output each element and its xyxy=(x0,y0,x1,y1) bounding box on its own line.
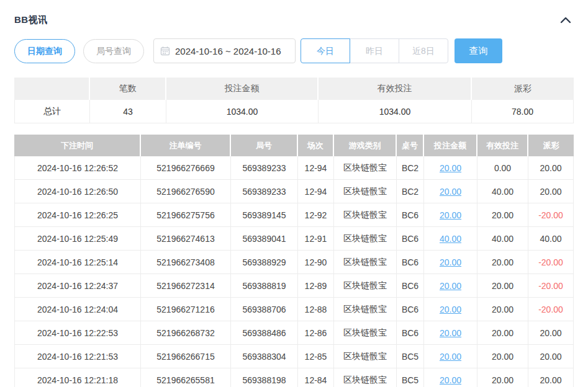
date-query-tab[interactable]: 日期查询 xyxy=(14,39,75,63)
payout-cell: -20.00 xyxy=(528,298,574,321)
table-id-cell: BC6 xyxy=(397,298,424,321)
payout-cell: -20.00 xyxy=(528,251,574,274)
bet-time-cell: 2024-10-16 12:22:53 xyxy=(14,321,141,345)
quick-range-yesterday[interactable]: 昨日 xyxy=(350,38,399,63)
chevron-up-icon xyxy=(560,16,571,24)
payout-cell: 20.00 xyxy=(528,156,574,180)
table-row: 2024-10-16 12:26:52521966276669569389233… xyxy=(14,156,574,180)
payout-cell: 20.00 xyxy=(528,321,574,345)
valid-bet-cell: 20.00 xyxy=(477,345,528,368)
bet-records-table: 下注时间注单编号局号场次游戏类别桌号投注金额有效投注派彩 2024-10-16 … xyxy=(14,135,574,387)
summary-col-bet-amount: 投注金额 xyxy=(166,78,319,100)
table-id-cell: BC2 xyxy=(397,156,424,180)
game-type-cell: 区块链骰宝 xyxy=(334,321,397,345)
payout-cell: -20.00 xyxy=(528,203,574,227)
round-id-cell: 569388486 xyxy=(231,321,298,345)
bet-amount-link[interactable]: 20.00 xyxy=(440,328,461,338)
valid-bet-cell: 20.00 xyxy=(477,274,528,298)
summary-col-count: 笔数 xyxy=(90,78,166,100)
col-bet-amount: 投注金额 xyxy=(424,135,477,156)
bet-amount-link[interactable]: 20.00 xyxy=(440,352,461,362)
bet-amount-link[interactable]: 40.00 xyxy=(440,234,461,244)
valid-bet-cell: 20.00 xyxy=(477,321,528,345)
bet-amount-link[interactable]: 20.00 xyxy=(440,163,461,173)
order-id-cell: 521966274613 xyxy=(141,227,231,251)
page-title: BB视讯 xyxy=(14,14,48,26)
bet-amount-cell: 20.00 xyxy=(424,156,477,180)
order-id-cell: 521966271216 xyxy=(141,298,231,321)
valid-bet-cell: 0.00 xyxy=(477,156,528,180)
game-type-cell: 区块链骰宝 xyxy=(334,298,397,321)
bet-amount-link[interactable]: 20.00 xyxy=(440,281,461,291)
order-id-cell: 521966265581 xyxy=(141,368,231,387)
bet-time-cell: 2024-10-16 12:21:18 xyxy=(14,368,141,387)
table-row: 2024-10-16 12:24:04521966271216569388706… xyxy=(14,298,574,321)
bet-amount-link[interactable]: 20.00 xyxy=(440,305,461,314)
search-button[interactable]: 查询 xyxy=(455,38,502,63)
round-id-cell: 569388304 xyxy=(231,345,298,368)
bet-time-cell: 2024-10-16 12:25:49 xyxy=(14,227,141,251)
bet-time-cell: 2024-10-16 12:24:04 xyxy=(14,298,141,321)
table-row: 2024-10-16 12:26:50521966276590569389233… xyxy=(14,180,574,203)
col-order-id: 注单编号 xyxy=(141,135,231,156)
table-id-cell: BC6 xyxy=(397,203,424,227)
game-type-cell: 区块链骰宝 xyxy=(334,345,397,368)
col-round-id: 局号 xyxy=(231,135,298,156)
table-row: 2024-10-16 12:26:25521966275756569389145… xyxy=(14,203,574,227)
filter-toolbar: 日期查询 局号查询 2024-10-16 ~ 2024-10-16 今日昨日近8… xyxy=(14,38,574,63)
quick-range-today[interactable]: 今日 xyxy=(301,38,350,63)
table-row: 2024-10-16 12:21:53521966266715569388304… xyxy=(14,345,574,368)
calendar-icon xyxy=(160,46,170,56)
bet-time-cell: 2024-10-16 12:26:50 xyxy=(14,180,141,203)
game-type-cell: 区块链骰宝 xyxy=(334,180,397,203)
game-type-cell: 区块链骰宝 xyxy=(334,227,397,251)
table-id-cell: BC6 xyxy=(397,321,424,345)
quick-range-last8days[interactable]: 近8日 xyxy=(399,38,448,63)
date-range-input[interactable]: 2024-10-16 ~ 2024-10-16 xyxy=(153,38,296,63)
session-cell: 12-92 xyxy=(298,203,334,227)
bet-amount-link[interactable]: 20.00 xyxy=(440,375,461,385)
payout-cell: 20.00 xyxy=(528,368,574,387)
session-cell: 12-84 xyxy=(298,368,334,387)
session-cell: 12-94 xyxy=(298,156,334,180)
order-id-cell: 521966268732 xyxy=(141,321,231,345)
valid-bet-cell: 40.00 xyxy=(477,227,528,251)
bet-amount-cell: 20.00 xyxy=(424,321,477,345)
round-id-cell: 569389233 xyxy=(231,156,298,180)
table-id-cell: BC6 xyxy=(397,251,424,274)
col-valid-bet: 有效投注 xyxy=(477,135,528,156)
round-id-cell: 569388198 xyxy=(231,368,298,387)
valid-bet-cell: 40.00 xyxy=(477,180,528,203)
bet-amount-link[interactable]: 20.00 xyxy=(440,210,461,220)
game-type-cell: 区块链骰宝 xyxy=(334,251,397,274)
round-id-cell: 569389145 xyxy=(231,203,298,227)
round-id-cell: 569388929 xyxy=(231,251,298,274)
table-row: 2024-10-16 12:24:37521966272314569388819… xyxy=(14,274,574,298)
table-row: 2024-10-16 12:22:53521966268732569388486… xyxy=(14,321,574,345)
round-query-tab[interactable]: 局号查询 xyxy=(83,39,144,63)
session-cell: 12-90 xyxy=(298,251,334,274)
bet-amount-link[interactable]: 20.00 xyxy=(440,187,461,197)
valid-bet-cell: 20.00 xyxy=(477,251,528,274)
game-type-cell: 区块链骰宝 xyxy=(334,156,397,180)
table-row: 2024-10-16 12:21:18521966265581569388198… xyxy=(14,368,574,387)
bb-video-panel: BB视讯 日期查询 局号查询 2024-10-16 ~ 2024-10-16 xyxy=(0,0,588,387)
col-table-id: 桌号 xyxy=(397,135,424,156)
session-cell: 12-89 xyxy=(298,274,334,298)
valid-bet-cell: 20.00 xyxy=(477,203,528,227)
bet-time-cell: 2024-10-16 12:24:37 xyxy=(14,274,141,298)
bet-amount-cell: 20.00 xyxy=(424,345,477,368)
summary-total-bet-amount: 1034.00 xyxy=(166,100,319,123)
session-cell: 12-94 xyxy=(298,180,334,203)
round-id-cell: 569388706 xyxy=(231,298,298,321)
payout-cell: 20.00 xyxy=(528,345,574,368)
bet-amount-cell: 20.00 xyxy=(424,368,477,387)
quick-range-group: 今日昨日近8日 xyxy=(301,38,448,63)
collapse-button[interactable] xyxy=(558,12,574,27)
payout-cell: 20.00 xyxy=(528,180,574,203)
bet-amount-cell: 20.00 xyxy=(424,298,477,321)
bet-amount-link[interactable]: 20.00 xyxy=(440,257,461,267)
table-row: 2024-10-16 12:25:49521966274613569389041… xyxy=(14,227,574,251)
payout-cell: -20.00 xyxy=(528,274,574,298)
table-id-cell: BC6 xyxy=(397,227,424,251)
